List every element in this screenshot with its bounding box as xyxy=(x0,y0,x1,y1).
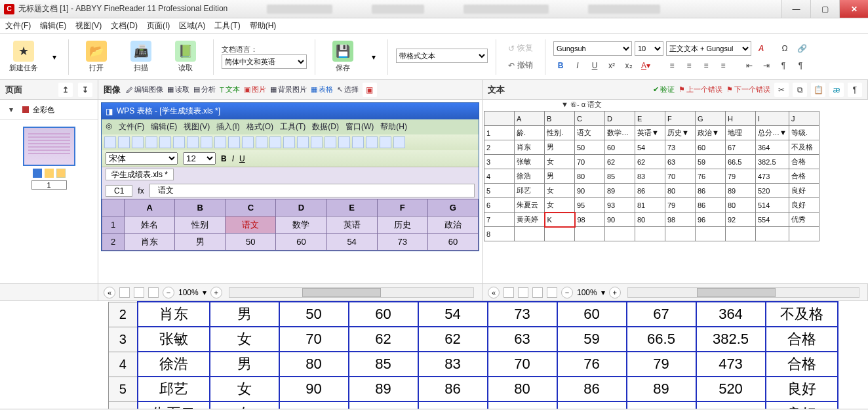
wps-menu-file[interactable]: 文件(F) xyxy=(119,121,144,133)
prev-error-button[interactable]: ⚑ 上一个错误 xyxy=(679,85,722,94)
align-right-button[interactable]: ≡ xyxy=(699,58,713,73)
next-error-button[interactable]: ⚑ 下一个错误 xyxy=(726,85,770,94)
superscript-button[interactable]: x² xyxy=(604,58,619,73)
undo-button[interactable]: ↶ 撤销 xyxy=(504,58,537,73)
link-icon-2[interactable]: æ xyxy=(829,83,844,97)
page-number[interactable]: 1 xyxy=(31,180,67,190)
rtl-button[interactable]: ¶ xyxy=(793,58,808,73)
wps-grid[interactable]: ABCDEFG 1姓名性别语文数学英语历史政治 2肖东男5060547360 xyxy=(102,199,479,251)
recognized-text-table[interactable]: ABCDEFGHIJ1龄.性别.语文数学…英语▼历史▼政治▼地理总分…▼等级.2… xyxy=(484,111,819,241)
menu-edit[interactable]: 编辑(E) xyxy=(40,20,66,31)
subscript-button[interactable]: x₂ xyxy=(621,58,636,73)
hscrollbar[interactable] xyxy=(627,287,859,298)
underline-button[interactable]: U xyxy=(587,58,602,73)
menu-file[interactable]: 文件(F) xyxy=(5,20,31,31)
zoom-in-icon[interactable]: + xyxy=(210,287,222,298)
wps-menu-view[interactable]: 视图(V) xyxy=(184,121,210,133)
zoom-in-icon[interactable]: + xyxy=(609,287,621,298)
show-marks-icon[interactable]: ¶ xyxy=(848,83,862,97)
wps-menu-help[interactable]: 帮助(H) xyxy=(380,121,407,133)
text-area-button[interactable]: T 文本 xyxy=(220,85,240,94)
align-justify-button[interactable]: ≡ xyxy=(716,58,730,73)
window-title: 无标题文档 [1] - ABBYY FineReader 11 Professi… xyxy=(18,3,227,14)
restore-button[interactable]: ↺ 恢复 xyxy=(504,41,537,56)
table-area-button[interactable]: ▦ 表格 xyxy=(311,85,333,94)
edit-image-button[interactable]: 🖉 编辑图像 xyxy=(126,85,163,94)
view-mode-icon[interactable] xyxy=(547,287,557,298)
zoom-preview-table[interactable]: 2肖东男506054736067364不及格3张敏女706262635966.5… xyxy=(108,301,838,409)
indent-dec-button[interactable]: ⇤ xyxy=(742,58,757,73)
view-mode-icon[interactable] xyxy=(518,287,528,298)
menu-page[interactable]: 页面(I) xyxy=(147,20,170,31)
verify-button[interactable]: ✔ 验证 xyxy=(653,85,675,94)
view-mode-icon[interactable] xyxy=(119,287,130,298)
wps-tab[interactable]: 学生成绩表.xls * xyxy=(106,169,174,180)
copy-icon[interactable]: ⧉ xyxy=(793,83,807,97)
bold-button[interactable]: B xyxy=(553,58,568,73)
text-panel-header: 文本 ✔ 验证 ⚑ 上一个错误 ⚑ 下一个错误 ✂ ⧉ 📋 æ ¶ xyxy=(483,80,868,99)
filter-dropdown-icon[interactable]: ▾ xyxy=(4,102,18,117)
text-panel: ▼ ⑥- α 语文 ABCDEFGHIJ1龄.性别.语文数学…英语▼历史▼政治▼… xyxy=(483,100,868,283)
font-color-button[interactable]: A▾ xyxy=(639,58,653,73)
menu-document[interactable]: 文档(D) xyxy=(111,20,138,31)
read-button-2[interactable]: ▦ 读取 xyxy=(167,85,189,94)
save-button[interactable]: 💾保存 xyxy=(323,41,363,73)
select-button[interactable]: ↖ 选择 xyxy=(337,85,359,94)
zoom-out-icon[interactable]: − xyxy=(163,287,174,298)
crop-icon[interactable]: ▣ xyxy=(363,83,377,97)
view-mode-icon[interactable] xyxy=(148,287,159,298)
wps-menu-window[interactable]: 窗口(W) xyxy=(345,121,374,133)
pic-area-button[interactable]: ▣ 图片 xyxy=(244,85,266,94)
indent-inc-button[interactable]: ⇥ xyxy=(759,58,774,73)
font-size-select[interactable]: 10 xyxy=(635,41,663,56)
wps-menu-format[interactable]: 格式(O) xyxy=(247,121,273,133)
wps-menu-insert[interactable]: 插入(I) xyxy=(216,121,239,133)
menu-view[interactable]: 视图(V) xyxy=(75,20,102,31)
hscrollbar[interactable] xyxy=(229,287,474,298)
page-sort-asc-icon[interactable]: ↥ xyxy=(58,83,73,97)
scan-button[interactable]: 📠扫描 xyxy=(121,41,161,73)
view-mode-icon[interactable] xyxy=(134,287,144,298)
menu-help[interactable]: 帮助(H) xyxy=(250,20,277,31)
collapse-up-icon[interactable]: « xyxy=(104,287,115,298)
page-sort-desc-icon[interactable]: ↧ xyxy=(78,83,92,97)
omega-icon[interactable]: Ω xyxy=(778,41,792,56)
font-style-icon[interactable]: A xyxy=(754,41,768,56)
bg-pic-button[interactable]: ▦ 背景图片 xyxy=(270,85,307,94)
thumb-open-icon[interactable] xyxy=(45,169,54,178)
menu-tool[interactable]: 工具(T) xyxy=(214,20,240,31)
pilcrow-button[interactable]: ¶ xyxy=(776,58,791,73)
format-select[interactable]: 带格式文本 xyxy=(396,49,488,63)
wps-size-select[interactable]: 12 xyxy=(183,152,216,165)
collapse-up-icon[interactable]: « xyxy=(488,287,500,298)
style-select[interactable]: 正文文本 + Gungsul xyxy=(666,41,751,56)
menu-area[interactable]: 区域(A) xyxy=(179,20,205,31)
italic-button[interactable]: I xyxy=(570,58,585,73)
analyze-button[interactable]: ▤ 分析 xyxy=(193,85,216,94)
link-icon[interactable]: 🔗 xyxy=(795,41,809,56)
align-center-button[interactable]: ≡ xyxy=(682,58,696,73)
paste-icon[interactable]: 📋 xyxy=(811,83,825,97)
thumb-save-icon[interactable] xyxy=(33,169,42,178)
minimize-button[interactable]: — xyxy=(781,0,810,18)
view-mode-icon[interactable] xyxy=(532,287,543,298)
wps-app-icon: ◨ xyxy=(106,107,113,116)
open-button[interactable]: 📂打开 xyxy=(77,41,116,73)
wps-cell-value[interactable]: 语文 xyxy=(149,184,475,197)
cut-icon[interactable]: ✂ xyxy=(774,83,789,97)
zoom-out-icon[interactable]: − xyxy=(561,287,573,298)
maximize-button[interactable]: ▢ xyxy=(810,0,839,18)
new-task-button[interactable]: ★新建任务 xyxy=(4,41,43,73)
wps-menu-tool[interactable]: 工具(T) xyxy=(280,121,306,133)
wps-menu-data[interactable]: 数据(D) xyxy=(312,121,339,133)
align-left-button[interactable]: ≡ xyxy=(665,58,679,73)
read-button[interactable]: 📗读取 xyxy=(166,41,205,73)
view-mode-icon[interactable] xyxy=(503,287,514,298)
doc-language-select[interactable]: 简体中文和英语 xyxy=(222,54,307,69)
wps-menu-edit[interactable]: 编辑(E) xyxy=(151,121,177,133)
close-button[interactable]: ✕ xyxy=(839,0,868,18)
page-thumbnail[interactable] xyxy=(23,127,75,166)
wps-font-select[interactable]: 宋体 xyxy=(106,152,178,165)
wps-cell-ref[interactable]: C1 xyxy=(106,185,132,197)
font-select[interactable]: Gungsuh xyxy=(553,41,632,56)
